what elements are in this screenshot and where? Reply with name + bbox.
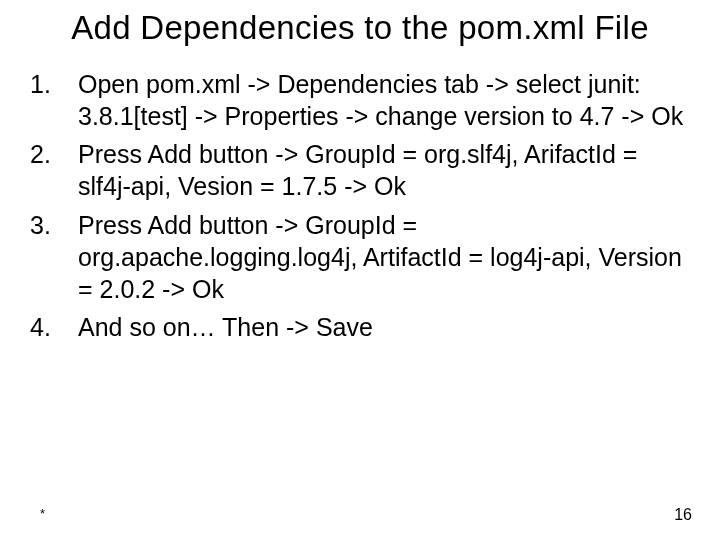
list-item: Open pom.xml -> Dependencies tab -> sele…: [78, 68, 690, 133]
slide-number: 16: [674, 506, 692, 524]
slide-footer: * 16: [0, 506, 720, 524]
list-item: Press Add button -> GroupId = org.slf4j,…: [78, 138, 690, 203]
footer-date-placeholder: *: [40, 506, 45, 524]
list-item: And so on… Then -> Save: [78, 311, 690, 343]
steps-list: Open pom.xml -> Dependencies tab -> sele…: [30, 68, 690, 344]
list-item: Press Add button -> GroupId = org.apache…: [78, 209, 690, 306]
slide-content: Add Dependencies to the pom.xml File Ope…: [0, 0, 720, 540]
slide-title: Add Dependencies to the pom.xml File: [30, 8, 690, 48]
